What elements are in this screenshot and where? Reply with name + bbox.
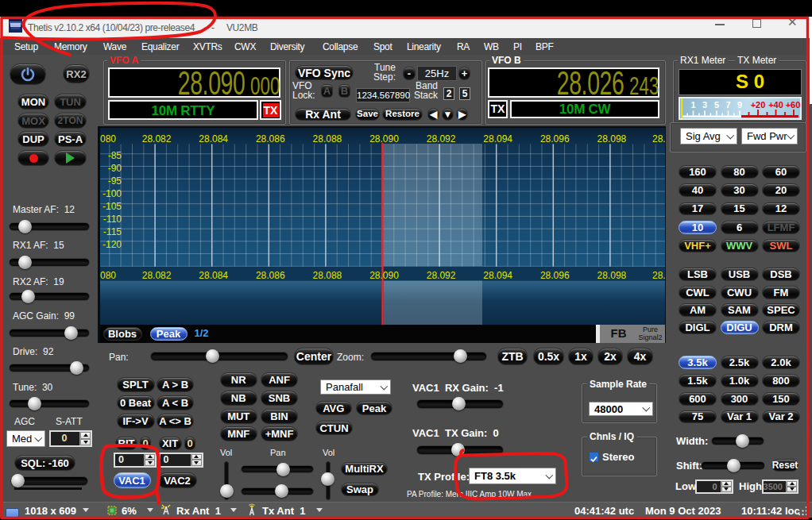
svg-text:1: 1 <box>690 100 695 110</box>
svg-text:-115: -115 <box>102 226 121 237</box>
svg-text:28.098: 28.098 <box>597 270 626 281</box>
svg-text:5: 5 <box>714 100 719 110</box>
svg-text:-85: -85 <box>107 150 122 161</box>
svg-text:28.096: 28.096 <box>539 133 569 144</box>
svg-text:28.090: 28.090 <box>369 133 399 144</box>
svg-text:-120: -120 <box>102 239 121 250</box>
svg-text:-110: -110 <box>102 214 121 225</box>
svg-text:28.088: 28.088 <box>312 133 342 144</box>
svg-text:-100: -100 <box>102 188 121 199</box>
svg-text:7: 7 <box>725 100 730 110</box>
svg-text:28.082: 28.082 <box>141 133 171 144</box>
svg-text:9: 9 <box>737 100 742 110</box>
svg-text:3: 3 <box>702 100 707 110</box>
svg-text:080: 080 <box>100 133 116 144</box>
svg-text:28.090: 28.090 <box>369 270 399 281</box>
svg-text:28.094: 28.094 <box>483 133 512 144</box>
svg-text:+40: +40 <box>768 100 783 110</box>
svg-text:-95: -95 <box>107 175 122 187</box>
svg-text:28.086: 28.086 <box>255 270 284 281</box>
svg-text:+60: +60 <box>786 100 800 110</box>
svg-text:-90: -90 <box>107 163 122 174</box>
svg-text:080: 080 <box>100 270 116 281</box>
svg-text:28.086: 28.086 <box>255 133 284 144</box>
svg-text:28.084: 28.084 <box>199 270 228 281</box>
svg-text:28.: 28. <box>652 133 665 144</box>
svg-text:+20: +20 <box>751 100 766 110</box>
svg-text:28.082: 28.082 <box>141 270 171 281</box>
svg-text:28.088: 28.088 <box>312 270 342 281</box>
svg-text:28.096: 28.096 <box>539 270 569 281</box>
svg-text:28.094: 28.094 <box>483 270 512 281</box>
svg-text:28.084: 28.084 <box>199 133 228 144</box>
svg-text:-105: -105 <box>102 201 121 212</box>
svg-text:28.098: 28.098 <box>597 133 626 144</box>
svg-text:28.092: 28.092 <box>426 270 455 281</box>
svg-text:28.: 28. <box>652 270 665 281</box>
svg-text:28.092: 28.092 <box>426 133 455 144</box>
